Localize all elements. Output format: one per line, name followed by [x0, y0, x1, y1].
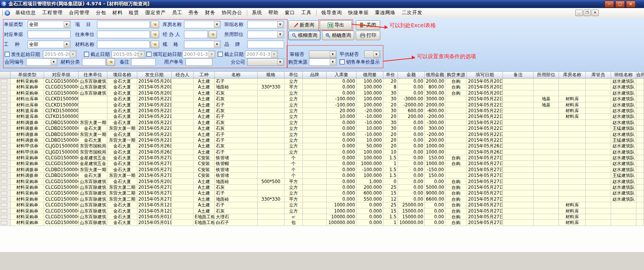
- counterparty-picker-hand-icon[interactable]: ☚: [151, 31, 159, 38]
- menu-item-14[interactable]: 窗口: [282, 8, 298, 17]
- table-row[interactable]: 材料调拨单CLDBD150000002金石大厦东营大厦一期2015年05月27日…: [0, 173, 644, 178]
- table-row[interactable]: 材料采购单CLCGD150000001山东百脉建筑金石大厦2015年05月20日…: [0, 90, 644, 96]
- print-button[interactable]: 打印: [356, 31, 380, 40]
- column-header[interactable]: 合同编号: [636, 72, 644, 79]
- table-row[interactable]: 材料采购单CLCGD150000004山东百脉建筑金石大厦2015年05月12日…: [0, 202, 644, 208]
- menu-item-10[interactable]: 财务: [202, 8, 219, 17]
- column-header[interactable]: 单据类型: [11, 72, 44, 79]
- audited-select[interactable]: ▼: [309, 51, 337, 58]
- chevron-down-icon[interactable]: ▼: [64, 21, 70, 28]
- table-row[interactable]: 材料采购单CLCGD150000003山东百脉建筑东营大厦二期2015年05月2…: [0, 190, 644, 196]
- table-row[interactable]: 材料采购单CLCGD150000003山东百脉建筑东营大厦二期2015年05月2…: [0, 185, 644, 190]
- menu-item-1[interactable]: 基础信息: [12, 8, 39, 17]
- sales-price-display-checkbox[interactable]: [340, 59, 345, 64]
- brand-input[interactable]: [247, 41, 284, 48]
- column-header[interactable]: 发生日期: [137, 72, 172, 79]
- column-header[interactable]: 购货来源: [445, 72, 467, 79]
- row-selector-header[interactable]: [0, 72, 11, 79]
- row-selector[interactable]: [0, 208, 11, 214]
- column-header[interactable]: 入库量: [327, 72, 356, 79]
- column-header[interactable]: 工种: [194, 72, 215, 79]
- column-header[interactable]: 领用量: [356, 72, 383, 79]
- row-selector[interactable]: [0, 114, 11, 119]
- table-row[interactable]: 材料采购单CLCGD150000005山东百脉建筑金石大厦2015年05月01日…: [0, 214, 644, 220]
- table-row[interactable]: 材料出库单CLCKD150000001金石大厦2015年05月22日A土建石子立…: [0, 102, 644, 108]
- new-query-button[interactable]: 新查询: [288, 20, 319, 30]
- row-selector[interactable]: [0, 214, 11, 220]
- row-selector[interactable]: [0, 161, 11, 167]
- owner-supplied-select[interactable]: ▼: [364, 51, 380, 58]
- column-header[interactable]: 规格: [258, 72, 284, 79]
- menu-item-5[interactable]: 材料: [109, 8, 126, 17]
- mdi-restore-button[interactable]: ❐: [583, 10, 591, 16]
- row-selector[interactable]: [0, 149, 11, 155]
- table-row[interactable]: 材料采购单CLCGD150000001山东百脉建筑金石大厦2015年05月20日…: [0, 179, 644, 185]
- menu-item-18[interactable]: 重连网络: [372, 8, 399, 17]
- row-selector[interactable]: [0, 132, 11, 137]
- close-button[interactable]: ✕: [626, 1, 636, 8]
- table-row[interactable]: 材料出库单CLCKD150000001金石大厦2015年05月22日A土建石灰立…: [0, 96, 644, 102]
- column-header[interactable]: 品牌: [303, 72, 327, 79]
- occur-start-date-select[interactable]: 2015-05-28 ▼: [43, 51, 77, 58]
- project-picker-hand-icon[interactable]: ☚: [151, 21, 159, 28]
- column-header[interactable]: 库房名称: [559, 72, 586, 79]
- column-header[interactable]: 领用金额: [425, 72, 445, 79]
- menu-item-7[interactable]: 固定资产: [142, 8, 169, 17]
- column-header[interactable]: 库管员: [586, 72, 611, 79]
- table-row[interactable]: 材料调拨单CLDBD150000001金石大厦东营大厦一期2015年05月22日…: [0, 126, 644, 131]
- table-row[interactable]: 材料调拨单CLDBD150000001金石大厦东营大厦一期2015年05月22日…: [0, 137, 644, 143]
- material-name-input[interactable]: [97, 41, 150, 48]
- occur-end-date-select[interactable]: 2015-05-28 ▼: [112, 51, 145, 58]
- menu-item-17[interactable]: 快捷单据: [345, 8, 372, 17]
- menu-item-9[interactable]: 劳务: [186, 8, 202, 17]
- chevron-down-icon[interactable]: ▼: [277, 31, 283, 38]
- column-header[interactable]: 填写日期: [467, 72, 503, 79]
- chevron-down-icon[interactable]: ▼: [64, 41, 70, 47]
- menu-item-16[interactable]: 领导查询: [318, 8, 345, 17]
- fill-start-date-select[interactable]: 2007-01-31 ▼: [182, 51, 215, 58]
- column-header[interactable]: 项目名称: [107, 72, 137, 79]
- contract-no-select[interactable]: ▼: [26, 58, 58, 66]
- purchase-source-select[interactable]: ▼: [309, 58, 337, 66]
- chevron-down-icon[interactable]: ▼: [214, 41, 220, 47]
- material-class-picker-hand-icon[interactable]: ☚: [107, 58, 115, 66]
- row-selector[interactable]: [0, 190, 11, 196]
- warehouse-select[interactable]: ▼: [184, 21, 221, 28]
- handler-input[interactable]: [184, 31, 208, 38]
- chevron-down-icon[interactable]: ▼: [51, 59, 57, 65]
- chevron-down-icon[interactable]: ▼: [373, 51, 380, 57]
- row-selector[interactable]: [0, 108, 11, 114]
- fill-end-date-select[interactable]: 2007-01-31 ▼: [245, 51, 278, 58]
- row-selector[interactable]: [0, 84, 11, 90]
- spec-select[interactable]: ▼: [184, 41, 221, 48]
- table-row[interactable]: 材料退库单CLTKD150000001金石大厦2015年05月22日A土建石灰立…: [0, 108, 644, 114]
- table-row[interactable]: 材料调拨单CLDBD150000001东营大厦一期金石大厦2015年05月22日…: [0, 132, 644, 137]
- table-row[interactable]: 材料采购单CLCGD150000003山东百脉建筑东营大厦二期2015年05月2…: [0, 196, 644, 202]
- chevron-down-icon[interactable]: ▼: [277, 21, 283, 28]
- doc-type-select[interactable]: 全部 ▼: [28, 21, 71, 28]
- table-row[interactable]: 材料调拨单CLDBD150000002东营大厦一期金石大厦2015年05月27日…: [0, 167, 644, 173]
- fill-end-checkbox[interactable]: [218, 52, 223, 57]
- user-doc-no-input[interactable]: [186, 58, 212, 66]
- row-selector[interactable]: [0, 120, 11, 126]
- row-selector[interactable]: [0, 143, 11, 149]
- table-row[interactable]: 材料甲供单CLJGD150000001东营市国税局金石大厦2015年05月26日…: [0, 143, 644, 149]
- column-header[interactable]: 单价: [383, 72, 398, 79]
- row-selector[interactable]: [0, 96, 11, 102]
- menu-item-6[interactable]: 租赁: [126, 8, 142, 17]
- minimize-button[interactable]: ─: [605, 1, 614, 8]
- column-header[interactable]: 经办人: [172, 72, 194, 79]
- material-name-picker-hand-icon[interactable]: ☚: [151, 41, 159, 48]
- column-header[interactable]: 往来单位: [79, 72, 107, 79]
- row-selector[interactable]: [0, 196, 11, 202]
- row-selector[interactable]: [0, 79, 11, 84]
- material-class-input[interactable]: [82, 58, 106, 66]
- menu-item-4[interactable]: 分包: [93, 8, 109, 17]
- team-select[interactable]: ▼: [247, 21, 284, 28]
- table-row[interactable]: 材料退库单CLTKD150000001金石大厦2015年05月22日A土建石子立…: [0, 114, 644, 119]
- table-row[interactable]: 材料采购单CLCGD150000001山东百脉建筑金石大厦2015年05月20日…: [0, 79, 644, 84]
- remark-input[interactable]: [131, 58, 156, 66]
- row-selector[interactable]: [0, 155, 11, 161]
- occur-start-checkbox[interactable]: [5, 52, 10, 57]
- menu-item-2[interactable]: 工程管理: [39, 8, 66, 17]
